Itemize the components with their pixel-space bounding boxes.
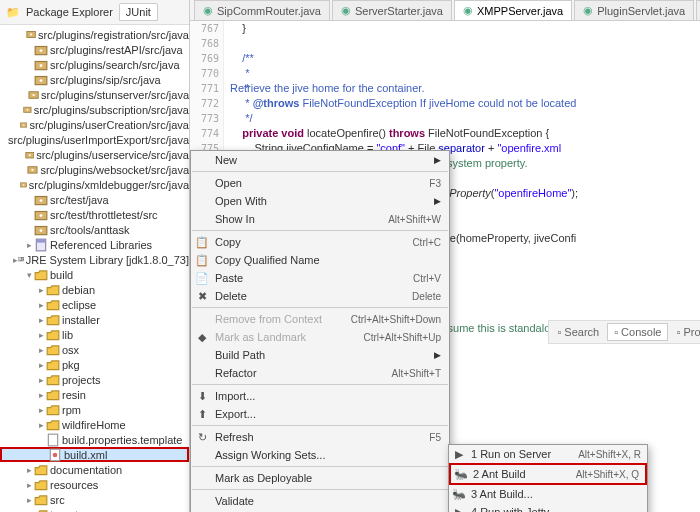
menu-item-refactor[interactable]: RefactorAlt+Shift+T [191,364,449,382]
tree-item[interactable]: ▸resources [0,477,189,492]
tree-item[interactable]: ▸installer [0,312,189,327]
menu-item-export-[interactable]: ⬆Export... [191,405,449,423]
menu-icon: ⬇ [195,390,209,403]
tree-item[interactable]: build.xml [0,447,189,462]
twisty-icon[interactable]: ▸ [36,420,46,430]
tree-item[interactable]: ▸target [0,507,189,512]
tree-item[interactable]: ▸JREJRE System Library [jdk1.8.0_73] [0,252,189,267]
menu-item-build-path[interactable]: Build Path▶ [191,346,449,364]
tree-item-label: src/plugins/userservice/src/java [36,149,189,161]
menu-item-refresh[interactable]: ↻RefreshF5 [191,428,449,446]
twisty-icon[interactable]: ▸ [36,285,46,295]
shortcut-label: Ctrl+Alt+Shift+Down [351,314,441,325]
twisty-icon[interactable]: ▸ [24,495,34,505]
tree-item[interactable]: ▸resin [0,387,189,402]
menu-item-copy-qualified-name[interactable]: 📋Copy Qualified Name [191,251,449,269]
menu-item-assign-working-sets-[interactable]: Assign Working Sets... [191,446,449,464]
svg-point-11 [26,109,28,111]
tree-item[interactable]: ▸wildfireHome [0,417,189,432]
menu-item-copy[interactable]: 📋CopyCtrl+C [191,233,449,251]
twisty-icon[interactable]: ▸ [36,300,46,310]
folder-icon [46,374,60,386]
tree-item[interactable]: ▸pkg [0,357,189,372]
menu-item-delete[interactable]: ✖DeleteDelete [191,287,449,305]
tree-item[interactable]: src/plugins/websocket/src/java [0,162,189,177]
bottom-tab[interactable]: ▫Progress [670,323,700,341]
menu-item-open[interactable]: OpenF3 [191,174,449,192]
menu-item-mark-as-landmark[interactable]: ◆Mark as LandmarkCtrl+Alt+Shift+Up [191,328,449,346]
tab-label: ServerStarter.java [355,5,443,17]
package-explorer-tree[interactable]: src/plugins/registration/src/javasrc/plu… [0,25,189,512]
pkg-icon [20,119,27,131]
submenu-item[interactable]: 🐜2 Ant BuildAlt+Shift+X, Q [449,463,647,485]
tree-item[interactable]: build.properties.template [0,432,189,447]
junit-tab[interactable]: JUnit [119,3,158,21]
editor-tab[interactable]: ◉SipCommRouter.java [194,0,330,20]
tree-item[interactable]: src/plugins/userImportExport/src/java [0,132,189,147]
tree-item[interactable]: ▸Referenced Libraries [0,237,189,252]
twisty-icon[interactable]: ▸ [24,480,34,490]
pkg-icon [26,29,36,41]
editor-tab[interactable]: ◉XMPPServer.java [454,0,572,20]
editor-tab[interactable]: ◉PluginServlet.java [574,0,694,20]
twisty-icon[interactable]: ▸ [36,360,46,370]
shortcut-label: Ctrl+C [412,237,441,248]
editor-tab[interactable]: ◉ContentFilterTest.java [696,0,700,20]
tree-item[interactable]: src/plugins/search/src/java [0,57,189,72]
submenu-item[interactable]: 🐜3 Ant Build... [449,485,647,503]
menu-item-show-in[interactable]: Show InAlt+Shift+W [191,210,449,228]
tree-item[interactable]: ▾build [0,267,189,282]
menu-item-open-with[interactable]: Open With▶ [191,192,449,210]
menu-item-new[interactable]: New▶ [191,151,449,169]
tree-item[interactable]: src/plugins/xmldebugger/src/java [0,177,189,192]
tree-item[interactable]: ▸rpm [0,402,189,417]
twisty-icon[interactable]: ▸ [24,465,34,475]
twisty-icon[interactable]: ▸ [36,345,46,355]
tree-item[interactable]: src/plugins/registration/src/java [0,27,189,42]
tree-item[interactable]: src/tools/anttask [0,222,189,237]
twisty-icon[interactable]: ▸ [36,390,46,400]
twisty-icon[interactable]: ▸ [36,375,46,385]
tree-item[interactable]: src/test/throttletest/src [0,207,189,222]
twisty-icon[interactable]: ▸ [36,315,46,325]
bottom-tab[interactable]: ▫Search [551,323,605,341]
menu-item-label: Delete [215,290,247,302]
file-icon [46,434,60,446]
java-file-icon: ◉ [463,4,473,17]
tree-item[interactable]: ▸documentation [0,462,189,477]
tree-item[interactable]: src/plugins/subscription/src/java [0,102,189,117]
tree-item[interactable]: src/plugins/restAPI/src/java [0,42,189,57]
twisty-icon[interactable]: ▸ [24,240,34,250]
tree-item[interactable]: src/plugins/sip/src/java [0,72,189,87]
submenu-item[interactable]: ▶1 Run on ServerAlt+Shift+X, R [449,445,647,463]
tree-item[interactable]: ▸src [0,492,189,507]
twisty-icon[interactable]: ▸ [36,330,46,340]
folder-icon [46,359,60,371]
tree-item[interactable]: src/plugins/stunserver/src/java [0,87,189,102]
submenu-item[interactable]: ▶4 Run with Jetty [449,503,647,512]
menu-item-label: Remove from Context [215,313,322,325]
pkg-icon [34,59,48,71]
menu-item-label: Refactor [215,367,257,379]
tree-item-label: debian [62,284,95,296]
menu-item-mark-as-deployable[interactable]: Mark as Deployable [191,469,449,487]
tree-item[interactable]: ▸osx [0,342,189,357]
tree-item[interactable]: ▸eclipse [0,297,189,312]
menu-item-paste[interactable]: 📄PasteCtrl+V [191,269,449,287]
tree-item[interactable]: ▸debian [0,282,189,297]
tree-item[interactable]: src/plugins/userCreation/src/java [0,117,189,132]
menu-item-remove-from-context[interactable]: Remove from ContextCtrl+Alt+Shift+Down [191,310,449,328]
bottom-tab[interactable]: ▫Console [607,323,668,341]
tree-item[interactable]: ▸lib [0,327,189,342]
editor-tab[interactable]: ◉ServerStarter.java [332,0,452,20]
svg-point-1 [30,34,32,36]
tree-item[interactable]: ▸projects [0,372,189,387]
tree-item[interactable]: src/test/java [0,192,189,207]
run-as-submenu: ▶1 Run on ServerAlt+Shift+X, R🐜2 Ant Bui… [448,444,648,512]
tree-item[interactable]: src/plugins/userservice/src/java [0,147,189,162]
menu-item-validate[interactable]: Validate [191,492,449,510]
twisty-icon[interactable]: ▾ [24,270,34,280]
pkg-icon [34,194,48,206]
twisty-icon[interactable]: ▸ [36,405,46,415]
menu-item-import-[interactable]: ⬇Import... [191,387,449,405]
